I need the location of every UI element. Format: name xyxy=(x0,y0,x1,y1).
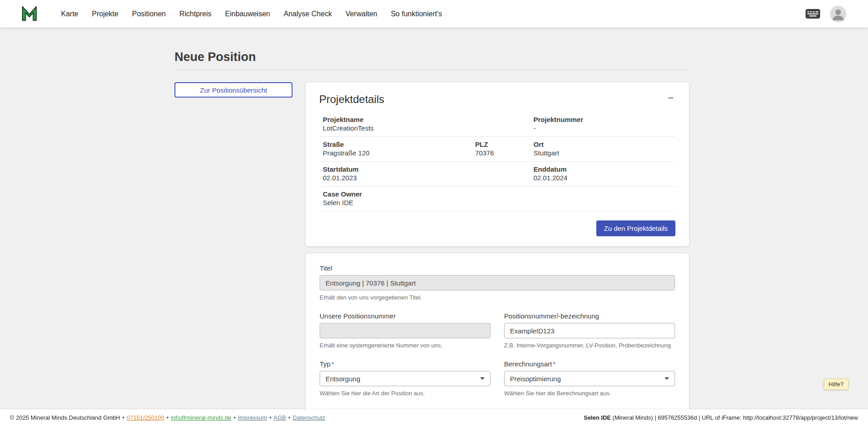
chevron-down-icon xyxy=(480,377,485,380)
strasse-value: Pragstraße 120 xyxy=(323,149,475,158)
project-row-owner: Case Owner Selen IDE xyxy=(319,187,675,211)
projektname-label: Projektname xyxy=(323,115,533,124)
typ-select[interactable]: Entsorgung xyxy=(320,371,491,386)
impressum-link[interactable]: Impressum xyxy=(238,414,267,421)
positionsnummer-hint: Z.B. Interne-Vorgangsnummer, LV-Position… xyxy=(504,342,675,349)
new-position-form-card: Titel Erhält den von uns vorgegebenen Ti… xyxy=(306,253,689,426)
nav-item-positionen[interactable]: Positionen xyxy=(125,6,173,22)
typ-group: Typ* Entsorgung Wählen Sie hier die Art … xyxy=(320,360,491,397)
titel-group: Titel Erhält den von uns vorgegebenen Ti… xyxy=(320,264,675,301)
positionsnummer-input[interactable] xyxy=(504,323,675,338)
right-column: Projektdetails − Projektname LotCreation… xyxy=(306,82,689,426)
typ-label: Typ* xyxy=(320,360,491,368)
positionsnummer-group: Positionsnummer/-bezeichnung Z.B. Intern… xyxy=(504,312,675,349)
projektnummer-label: Projektnummer xyxy=(533,115,672,124)
unsere-positionsnummer-group: Unsere Positionsnummer Erhält eine syste… xyxy=(320,312,491,349)
project-details-card: Projektdetails − Projektname LotCreation… xyxy=(306,82,689,246)
copyright-text: © 2025 Mineral Minds Deutschland GmbH xyxy=(10,414,120,421)
separator-dot: • xyxy=(269,414,272,421)
typ-select-value: Entsorgung xyxy=(326,375,360,383)
separator-dot: • xyxy=(234,414,236,421)
unsere-positionsnummer-input xyxy=(320,323,491,338)
case-owner-value: Selen IDE xyxy=(323,198,672,207)
nav-item-so-funktionierts[interactable]: So funktioniert's xyxy=(384,6,448,22)
berechnungsart-hint: Wählen Sie hier die Berechnungsart aus. xyxy=(504,390,675,397)
required-asterisk: * xyxy=(553,360,555,368)
navbar-right xyxy=(806,6,846,22)
startdatum-label: Startdatum xyxy=(323,165,533,173)
unsere-positionsnummer-hint: Erhält eine systemgenerierte Nummer von … xyxy=(320,342,491,349)
enddatum-field: Enddatum 02.01.2024 xyxy=(533,165,672,183)
typ-hint: Wählen Sie hier die Art der Position aus… xyxy=(320,390,491,397)
titel-hint: Erhält den von uns vorgegebenen Titel. xyxy=(320,294,675,301)
separator-dot: • xyxy=(166,414,169,421)
case-owner-field: Case Owner Selen IDE xyxy=(323,190,672,207)
enddatum-label: Enddatum xyxy=(533,165,672,173)
nav-item-richtpreis[interactable]: Richtpreis xyxy=(173,6,218,22)
navbar: Karte Projekte Positionen Richtpreis Ein… xyxy=(0,0,868,28)
main-nav: Karte Projekte Positionen Richtpreis Ein… xyxy=(54,6,449,22)
title-divider xyxy=(175,70,689,70)
back-to-positions-button[interactable]: Zur Positionsübersicht xyxy=(175,82,292,98)
nav-item-projekte[interactable]: Projekte xyxy=(85,6,125,22)
project-row-address: Straße Pragstraße 120 PLZ 70376 Ort Stut… xyxy=(319,137,675,162)
positionsnummer-label: Positionsnummer/-bezeichnung xyxy=(504,312,675,320)
footer: © 2025 Mineral Minds Deutschland GmbH • … xyxy=(0,409,868,426)
project-details-title: Projektdetails xyxy=(319,93,384,106)
titel-input xyxy=(320,275,675,290)
nav-item-karte[interactable]: Karte xyxy=(54,6,85,22)
mineral-minds-logo-icon xyxy=(21,5,38,23)
agb-link[interactable]: AGB xyxy=(274,414,286,421)
footer-session-details: (Mineral Minds) | 69576255536d | URL of … xyxy=(611,414,858,421)
user-avatar[interactable] xyxy=(830,6,846,22)
separator-dot: • xyxy=(123,414,125,421)
go-to-project-details-button[interactable]: Zu den Projektdetails xyxy=(596,220,675,236)
footer-left: © 2025 Mineral Minds Deutschland GmbH • … xyxy=(10,414,326,421)
ort-label: Ort xyxy=(533,140,672,149)
berechnungsart-group: Berechnungsart* Preisoptimierung Wählen … xyxy=(504,360,675,397)
app-logo[interactable] xyxy=(21,5,38,23)
berechnungsart-select[interactable]: Preisoptimierung xyxy=(504,371,675,386)
projektname-field: Projektname LotCreationTests xyxy=(323,115,533,133)
separator-dot: • xyxy=(288,414,291,421)
chevron-down-icon xyxy=(665,377,669,380)
project-row-name-number: Projektname LotCreationTests Projektnumm… xyxy=(319,112,675,137)
phone-link[interactable]: 07151/250100 xyxy=(127,414,164,421)
collapse-card-button[interactable]: − xyxy=(666,93,675,103)
ort-value: Stuttgart xyxy=(533,149,672,158)
main-content: Neue Position Zur Positionsübersicht Pro… xyxy=(0,28,689,426)
left-column: Zur Positionsübersicht xyxy=(175,82,292,98)
projektname-value: LotCreationTests xyxy=(323,124,533,133)
titel-label: Titel xyxy=(320,264,675,272)
nav-item-einbauweisen[interactable]: Einbauweisen xyxy=(218,6,277,22)
email-link[interactable]: info@mineral-minds.de xyxy=(171,414,231,421)
footer-user-name: Selen IDE xyxy=(584,414,611,421)
plz-field: PLZ 70376 xyxy=(475,140,533,158)
startdatum-value: 02.01.2023 xyxy=(323,173,533,183)
plz-label: PLZ xyxy=(475,140,533,149)
strasse-label: Straße xyxy=(323,140,475,149)
footer-session-info: Selen IDE (Mineral Minds) | 69576255536d… xyxy=(584,414,858,421)
berechnungsart-label: Berechnungsart* xyxy=(504,360,675,368)
projektnummer-field: Projektnummer - xyxy=(533,115,672,133)
strasse-field: Straße Pragstraße 120 xyxy=(323,140,475,158)
berechnungsart-select-value: Preisoptimierung xyxy=(510,375,561,383)
help-button[interactable]: Hilfe? xyxy=(824,379,849,390)
enddatum-value: 02.01.2024 xyxy=(533,173,672,183)
unsere-positionsnummer-label: Unsere Positionsnummer xyxy=(320,312,491,320)
project-details-rows: Projektname LotCreationTests Projektnumm… xyxy=(319,112,675,211)
startdatum-field: Startdatum 02.01.2023 xyxy=(323,165,533,183)
project-row-dates: Startdatum 02.01.2023 Enddatum 02.01.202… xyxy=(319,162,675,187)
nav-item-verwalten[interactable]: Verwalten xyxy=(339,6,384,22)
plz-value: 70376 xyxy=(475,149,533,158)
required-asterisk: * xyxy=(331,360,334,368)
case-owner-label: Case Owner xyxy=(323,190,672,198)
nav-item-analyse-check[interactable]: Analyse Check xyxy=(277,6,339,22)
ort-field: Ort Stuttgart xyxy=(533,140,672,158)
projektnummer-value: - xyxy=(533,124,672,133)
datenschutz-link[interactable]: Datenschutz xyxy=(292,414,325,421)
page-title: Neue Position xyxy=(175,50,689,64)
keyboard-icon[interactable] xyxy=(806,9,820,19)
